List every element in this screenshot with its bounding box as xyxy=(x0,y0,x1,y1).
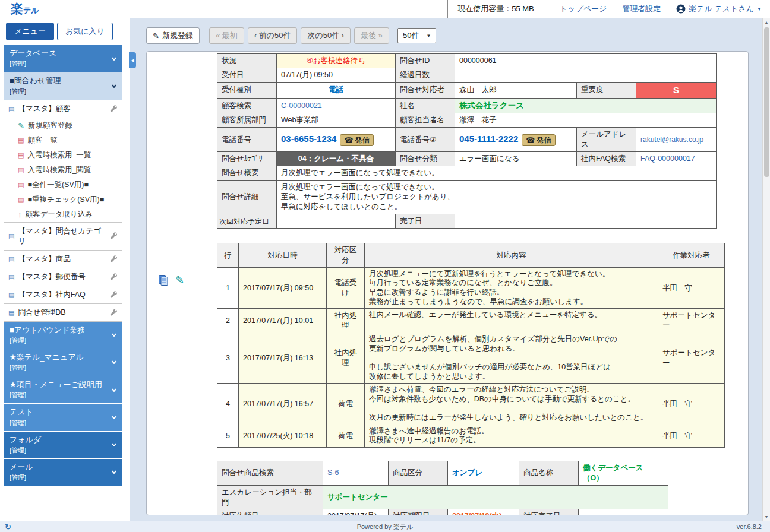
logo-text-sub: テル xyxy=(23,5,39,16)
wrench-icon[interactable] xyxy=(110,105,118,113)
list-icon: ▤ xyxy=(18,196,24,204)
sidebar-item-duplicate-check-sv[interactable]: ▤ ■重複チェック(SV用)■ xyxy=(4,192,122,207)
sidebar-item-sublabel: [管理] xyxy=(10,473,109,482)
phone1-label: 電話番号 xyxy=(217,128,277,152)
tab-menu[interactable]: メニュー xyxy=(6,23,54,40)
history-type: 社内処理 xyxy=(327,309,365,333)
last-page-button[interactable]: 最後 » xyxy=(354,27,389,44)
wrench-icon[interactable] xyxy=(110,255,118,263)
request-date-value: 2017/07/17(月) xyxy=(323,509,389,515)
admin-settings-link[interactable]: 管理者設定 xyxy=(622,4,661,14)
chevron-down-icon xyxy=(112,83,116,87)
sidebar-item-master-customer[interactable]: ▤ 【マスタ】顧客 xyxy=(4,100,122,118)
product-search-value[interactable]: S-6 xyxy=(323,461,389,485)
wrench-icon[interactable] xyxy=(110,291,118,299)
chevron-down-icon xyxy=(112,414,116,419)
sidebar-item-inquiry-management[interactable]: ■問合わせ管理 [管理] xyxy=(4,72,122,100)
chevron-down-icon: ▼ xyxy=(427,33,431,39)
sidebar-item-menu-explanation[interactable]: ★項目・メニューご説明用 [管理] xyxy=(4,376,122,404)
wrench-icon[interactable] xyxy=(110,273,118,281)
sidebar-collapse-button[interactable]: ◀ xyxy=(129,52,136,68)
product-kind-label: 商品区分 xyxy=(389,461,448,485)
refresh-icon[interactable]: ↻ xyxy=(5,522,11,531)
scroll-down-icon[interactable]: ▼ xyxy=(763,515,770,519)
received-date-value: 07/17(月) 09:50 xyxy=(277,68,396,82)
first-page-button[interactable]: « 最初 xyxy=(209,27,244,44)
history-datetime: 2017/07/25(火) 10:18 xyxy=(239,425,327,447)
faq-search-link[interactable]: FAQ-000000017 xyxy=(636,151,717,166)
sidebar-item-manual[interactable]: ★楽テル_マニュアル [管理] xyxy=(4,349,122,376)
sidebar-item-folder[interactable]: フォルダ [管理] xyxy=(4,432,122,459)
reception-type-label: 受付種別 xyxy=(217,82,277,98)
history-datetime: 2017/07/17(月) 10:01 xyxy=(239,309,327,333)
prev-page-button[interactable]: ‹ 前の50件 xyxy=(248,27,298,44)
status-label: 状況 xyxy=(217,54,277,68)
page-size-select[interactable]: 50件 ▼ xyxy=(397,28,436,43)
scrollbar-thumb[interactable] xyxy=(764,27,769,177)
phone-icon: ☎ xyxy=(344,136,353,144)
wrench-icon[interactable] xyxy=(110,232,118,240)
sidebar-item-incoming-search-list[interactable]: ▤ 入電時検索用_一覧 xyxy=(4,148,122,163)
logo-text-main: 楽 xyxy=(11,1,23,17)
sidebar-item-sublabel: [管理] xyxy=(10,391,109,400)
sidebar-item-customer-list[interactable]: ▤ 顧客一覧 xyxy=(4,133,122,148)
sidebar-item-label: ■重複チェック(SV用)■ xyxy=(27,195,104,205)
sidebar-item-label: 【マスタ】社内FAQ xyxy=(18,290,85,300)
user-menu[interactable]: 楽テル テストさん ▼ xyxy=(676,4,762,14)
history-header-row: 行 対応日時 対応区分 対応内容 作業対応者 xyxy=(217,243,725,268)
sidebar-item-label: 入電時検索用_一覧 xyxy=(27,150,91,160)
table-icon: ▤ xyxy=(8,255,14,263)
product-name-value: 働くデータベース（O） xyxy=(579,461,668,485)
sidebar-item-master-inquiry-category[interactable]: ▤ 【マスタ】問合せカテゴリ xyxy=(4,223,122,251)
sidebar-tabs: メニュー お気に入り xyxy=(6,23,130,40)
history-type: 荷電 xyxy=(327,425,365,447)
summary-value: 月次処理でエラー画面になって処理できない。 xyxy=(277,166,717,180)
sidebar-item-customer-data-import[interactable]: ↑ 顧客データ取り込み xyxy=(4,207,122,222)
sidebar-item-test[interactable]: テスト [管理] xyxy=(4,404,122,431)
chevron-down-icon xyxy=(112,442,116,446)
sidebar-item-outbound[interactable]: ■アウトバウンド業務 [管理] xyxy=(4,322,122,349)
tab-favorites[interactable]: お気に入り xyxy=(57,23,113,40)
inquiry-category-value: 04：クレーム・不具合 xyxy=(277,151,396,166)
sidebar-item-new-customer[interactable]: ✎ 新規顧客登録 xyxy=(4,118,122,133)
product-escalation-table: 問合せ商品検索 S-6 商品区分 オンプレ 商品名称 働くデータベース（O） エ… xyxy=(217,461,668,515)
contact-person-label: 顧客担当者名 xyxy=(396,113,455,128)
list-icon: ▤ xyxy=(18,151,24,159)
call-button[interactable]: ☎ 発信 xyxy=(522,134,555,146)
scroll-up-icon[interactable]: ▲ xyxy=(763,20,770,24)
new-record-button[interactable]: ✎ 新規登録 xyxy=(146,27,200,44)
inquiry-detail-table: 状況 ④お客様連絡待ち 問合せID 000000061 受付日 07/17(月)… xyxy=(217,53,717,229)
sidebar-item-master-internal-faq[interactable]: ▤ 【マスタ】社内FAQ xyxy=(4,286,122,304)
company-label: 社名 xyxy=(396,99,455,113)
sidebar-item-master-postal-code[interactable]: ▤ 【マスタ】郵便番号 xyxy=(4,268,122,286)
sidebar-item-label: ■アウトバウンド業務 xyxy=(10,325,109,335)
summary-label: 問合せ概要 xyxy=(217,166,277,180)
next-page-button[interactable]: 次の50件 › xyxy=(301,27,351,44)
sidebar-item-sublabel: [管理] xyxy=(10,336,109,345)
email-value[interactable]: rakutel@rakus.co.jp xyxy=(636,128,717,152)
copy-record-icon[interactable] xyxy=(157,274,169,286)
sidebar-item-label: 顧客データ取り込み xyxy=(26,210,93,220)
inquiry-id-label: 問合せID xyxy=(396,54,455,68)
list-icon: ▤ xyxy=(18,181,24,189)
call-button[interactable]: ☎ 発信 xyxy=(340,134,373,146)
history-content: 瀧澤さまへ途中経過報告のお電話。 現段階でリリースは11/7の予定。 xyxy=(365,425,658,447)
history-worker: 半田 守 xyxy=(658,267,725,309)
department-label: 顧客所属部門 xyxy=(217,113,277,128)
top-page-link[interactable]: トップページ xyxy=(560,4,607,14)
vertical-scrollbar[interactable]: ▲ ▼ xyxy=(762,18,770,521)
product-search-label: 問合せ商品検索 xyxy=(217,461,323,485)
detail-value: 月次処理でエラー画面になって処理できない。 至急、サービスを利用したいプロジェク… xyxy=(277,180,717,214)
wrench-icon[interactable] xyxy=(110,309,118,316)
sidebar-item-mail[interactable]: メール [管理] xyxy=(4,459,122,486)
edit-record-icon[interactable]: ✎ xyxy=(175,274,184,287)
next-action-date-label: 次回対応予定日 xyxy=(217,214,277,229)
sidebar-item-database[interactable]: データベース [管理] xyxy=(4,45,122,72)
customer-search-link[interactable]: C-00000021 xyxy=(277,99,396,113)
sidebar-item-incoming-search-view[interactable]: ▤ 入電時検索用_閲覧 xyxy=(4,163,122,178)
sidebar-item-all-records-sv[interactable]: ▤ ■全件一覧(SV用)■ xyxy=(4,178,122,192)
sidebar-item-inquiry-management-db[interactable]: ▤ 問合せ管理DB xyxy=(4,304,122,322)
app-logo[interactable]: 楽 テル xyxy=(11,1,39,17)
sidebar-menu: データベース [管理] ■問合わせ管理 [管理] ▤ 【マスタ】顧客 ✎ 新規顧 xyxy=(4,45,122,486)
sidebar-item-master-product[interactable]: ▤ 【マスタ】商品 xyxy=(4,251,122,268)
